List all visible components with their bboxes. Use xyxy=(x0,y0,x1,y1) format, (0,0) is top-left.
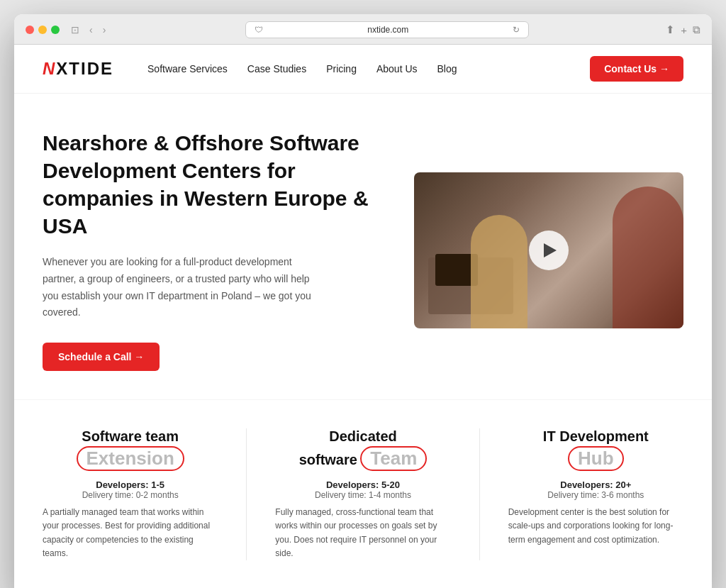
nav-link-pricing[interactable]: Pricing xyxy=(326,63,357,74)
developers-team: Developers: 5-20 xyxy=(275,479,450,490)
person1-figure xyxy=(471,215,527,328)
nav-item-software-services[interactable]: Software Services xyxy=(147,62,228,75)
traffic-lights xyxy=(26,26,60,34)
nav-link-about-us[interactable]: About Us xyxy=(376,63,418,74)
nav-link-software-services[interactable]: Software Services xyxy=(147,63,228,74)
browser-nav-controls: ⊡ ‹ › xyxy=(68,23,108,37)
service-title-team: Dedicated software Team xyxy=(275,428,450,471)
service-top-label-hub: IT Development xyxy=(508,428,683,445)
service-card-hub: IT Development Hub Developers: 20+ Deliv… xyxy=(508,428,683,560)
service-card-extension: Software team Extension Developers: 1-5 … xyxy=(43,428,218,560)
browser-window: ⊡ ‹ › 🛡 nxtide.com ↻ ⬆ + ⧉ NXTIDE Softwa… xyxy=(14,14,712,588)
nav-item-case-studies[interactable]: Case Studies xyxy=(247,62,306,75)
forward-button[interactable]: › xyxy=(100,23,109,37)
nav-item-pricing[interactable]: Pricing xyxy=(326,62,357,75)
nav-item-about-us[interactable]: About Us xyxy=(376,62,418,75)
browser-chrome: ⊡ ‹ › 🛡 nxtide.com ↻ ⬆ + ⧉ xyxy=(14,14,712,45)
developers-hub: Developers: 20+ xyxy=(508,479,683,490)
divider-1 xyxy=(246,428,247,560)
service-highlight-team: Team xyxy=(360,446,427,471)
service-desc-hub: Development center is the best solution … xyxy=(508,506,683,547)
nav-item-blog[interactable]: Blog xyxy=(437,62,457,75)
service-title-extension: Software team Extension xyxy=(43,428,218,471)
service-meta-team: Developers: 5-20 Delivery time: 1-4 mont… xyxy=(275,479,450,500)
tabs-icon[interactable]: ⧉ xyxy=(693,23,700,36)
traffic-light-red[interactable] xyxy=(26,26,34,34)
service-desc-team: Fully managed, cross-functional team tha… xyxy=(275,506,450,560)
traffic-light-green[interactable] xyxy=(51,26,60,34)
delivery-extension: Delivery time: 0-2 months xyxy=(43,490,218,500)
play-button[interactable] xyxy=(529,231,569,270)
page-content: NXTIDE Software Services Case Studies Pr… xyxy=(14,45,712,588)
contact-us-button[interactable]: Contact Us → xyxy=(590,56,683,82)
service-highlight-extension: Extension xyxy=(77,446,184,471)
service-card-team: Dedicated software Team Developers: 5-20… xyxy=(275,428,450,560)
navbar: NXTIDE Software Services Case Studies Pr… xyxy=(14,45,712,94)
new-tab-icon[interactable]: + xyxy=(681,24,687,36)
service-middle-label-team: software xyxy=(299,452,357,467)
service-desc-extension: A partially managed team that works with… xyxy=(43,506,218,560)
hero-subtitle: Whenever you are looking for a full-prod… xyxy=(43,254,312,321)
delivery-team: Delivery time: 1-4 months xyxy=(275,490,450,500)
services-section: Software team Extension Developers: 1-5 … xyxy=(14,399,712,588)
logo-n: N xyxy=(43,59,56,78)
back-button[interactable]: ‹ xyxy=(86,23,96,37)
logo[interactable]: NXTIDE xyxy=(43,59,113,79)
hero-video[interactable] xyxy=(414,172,683,328)
nav-links: Software Services Case Studies Pricing A… xyxy=(147,62,590,75)
reload-icon[interactable]: ↻ xyxy=(513,25,520,35)
logo-rest: XTIDE xyxy=(56,59,113,78)
service-title-hub: IT Development Hub xyxy=(508,428,683,471)
hero-title: Nearshore & Offshore Software Developmen… xyxy=(43,129,386,240)
url-text: nxtide.com xyxy=(269,25,507,35)
hero-section: Nearshore & Offshore Software Developmen… xyxy=(14,94,712,399)
schedule-call-button[interactable]: Schedule a Call → xyxy=(43,343,160,371)
hero-text: Nearshore & Offshore Software Developmen… xyxy=(43,129,386,371)
service-meta-hub: Developers: 20+ Delivery time: 3-6 month… xyxy=(508,479,683,500)
service-top-label-team: Dedicated xyxy=(275,428,450,445)
shield-icon: 🛡 xyxy=(255,25,263,35)
traffic-light-yellow[interactable] xyxy=(38,26,47,34)
developers-extension: Developers: 1-5 xyxy=(43,479,218,490)
service-meta-extension: Developers: 1-5 Delivery time: 0-2 month… xyxy=(43,479,218,500)
delivery-hub: Delivery time: 3-6 months xyxy=(508,490,683,500)
sidebar-toggle-icon[interactable]: ⊡ xyxy=(68,23,82,37)
nav-link-blog[interactable]: Blog xyxy=(437,63,457,74)
service-highlight-hub: Hub xyxy=(568,446,624,471)
divider-2 xyxy=(479,428,480,560)
service-top-label-extension: Software team xyxy=(43,428,218,445)
share-icon[interactable]: ⬆ xyxy=(666,23,675,36)
address-bar[interactable]: 🛡 nxtide.com ↻ xyxy=(245,21,529,38)
nav-link-case-studies[interactable]: Case Studies xyxy=(247,63,306,74)
browser-actions: ⬆ + ⧉ xyxy=(666,23,700,36)
person2-figure xyxy=(613,187,683,328)
